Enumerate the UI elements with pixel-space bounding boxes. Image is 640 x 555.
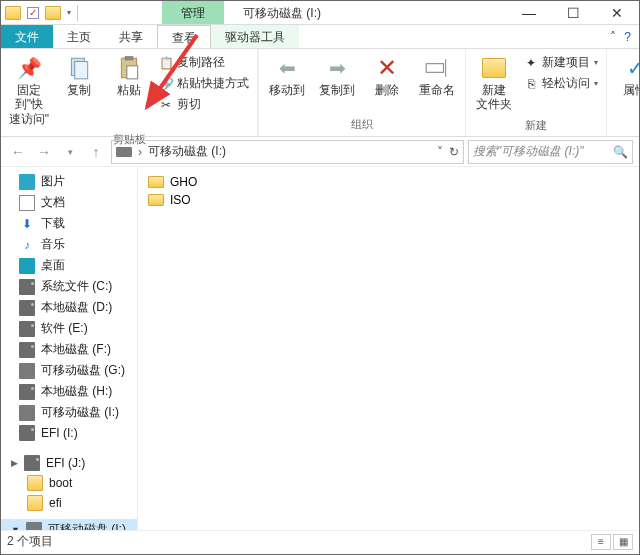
copy-path-button[interactable]: 📋复制路径: [157, 53, 251, 72]
address-box[interactable]: › 可移动磁盘 (I:) ˅ ↻: [111, 140, 464, 164]
nav-documents[interactable]: 文档: [1, 192, 137, 213]
rename-icon: [423, 55, 451, 81]
group-clipboard: 📌 固定到"快 速访问" 复制 粘贴 📋复制路径 🔗粘贴快捷方式 ✂剪切 剪贴板: [1, 49, 258, 136]
drive-icon: [19, 342, 35, 358]
status-text: 2 个项目: [7, 533, 53, 550]
new-folder-icon: [480, 55, 508, 81]
pictures-icon: [19, 174, 35, 190]
breadcrumb[interactable]: 可移动磁盘 (I:): [148, 143, 226, 160]
nav-efi-i[interactable]: EFI (I:): [1, 423, 137, 443]
address-bar: ← → ▾ ↑ › 可移动磁盘 (I:) ˅ ↻ 搜索"可移动磁盘 (I:)" …: [1, 137, 639, 167]
scissors-icon: ✂: [159, 98, 173, 112]
back-button[interactable]: ←: [7, 141, 29, 163]
chevron-down-icon[interactable]: ▼: [11, 525, 20, 531]
tab-view[interactable]: 查看: [157, 25, 211, 48]
list-item[interactable]: ISO: [148, 191, 629, 209]
nav-downloads[interactable]: ⬇下载: [1, 213, 137, 234]
properties-icon: ✓: [621, 55, 640, 81]
nav-desktop[interactable]: 桌面: [1, 255, 137, 276]
drive-icon: [19, 321, 35, 337]
collapse-ribbon-icon[interactable]: ˄: [610, 30, 616, 44]
svg-rect-5: [426, 64, 443, 73]
copy-to-button[interactable]: ➡ 复制到: [313, 51, 361, 101]
status-bar: 2 个项目 ≡ ▦: [1, 530, 639, 552]
new-folder-button[interactable]: 新建 文件夹: [470, 51, 518, 116]
move-icon: ⬅: [273, 55, 301, 81]
search-placeholder: 搜索"可移动磁盘 (I:)": [473, 143, 613, 160]
nav-drive-h[interactable]: 本地磁盘 (H:): [1, 381, 137, 402]
nav-music[interactable]: ♪音乐: [1, 234, 137, 255]
search-input[interactable]: 搜索"可移动磁盘 (I:)" 🔍: [468, 140, 633, 164]
main-area: 图片 文档 ⬇下载 ♪音乐 桌面 系统文件 (C:) 本地磁盘 (D:) 软件 …: [1, 167, 639, 530]
close-button[interactable]: ✕: [595, 1, 639, 25]
nav-efi-j[interactable]: ▶EFI (J:): [1, 453, 137, 473]
svg-rect-1: [75, 62, 88, 79]
title-bar: ✓ ▾ 管理 可移动磁盘 (I:) — ☐ ✕: [1, 1, 639, 25]
search-icon[interactable]: 🔍: [613, 145, 628, 159]
desktop-icon: [19, 258, 35, 274]
nav-drive-i[interactable]: 可移动磁盘 (I:): [1, 402, 137, 423]
list-item[interactable]: GHO: [148, 173, 629, 191]
maximize-button[interactable]: ☐: [551, 1, 595, 25]
pin-quick-access-button[interactable]: 📌 固定到"快 速访问": [5, 51, 53, 130]
move-to-button[interactable]: ⬅ 移动到: [263, 51, 311, 101]
group-label: 新建: [525, 116, 547, 135]
drive-icon: [19, 279, 35, 295]
nav-drive-f[interactable]: 本地磁盘 (F:): [1, 339, 137, 360]
refresh-icon[interactable]: ↻: [449, 145, 459, 159]
drive-icon: [19, 300, 35, 316]
copy-icon: [65, 55, 93, 81]
up-button[interactable]: ↑: [85, 141, 107, 163]
nav-drive-g[interactable]: 可移动磁盘 (G:): [1, 360, 137, 381]
group-label: 组织: [351, 115, 373, 134]
group-organize: ⬅ 移动到 ➡ 复制到 ✕ 删除 重命名 组织: [259, 49, 466, 136]
address-dropdown-icon[interactable]: ˅: [437, 145, 443, 159]
nav-drive-i-2[interactable]: ▼可移动磁盘 (I:): [1, 519, 137, 530]
folder-icon: [27, 475, 43, 491]
copy-button[interactable]: 复制: [55, 51, 103, 101]
usb-icon: [19, 405, 35, 421]
contextual-tab-header: 管理 可移动磁盘 (I:): [162, 1, 340, 24]
group-open: ✓ 属性 ☐打开▾ ✎编辑 ↺历史记录 打开: [607, 49, 640, 136]
ribbon-tabs: 文件 主页 共享 查看 驱动器工具 ˄ ?: [1, 25, 639, 49]
forward-button[interactable]: →: [33, 141, 55, 163]
tab-share[interactable]: 共享: [105, 25, 157, 48]
usb-icon: [26, 522, 42, 531]
drive-icon: [19, 425, 35, 441]
help-icon[interactable]: ?: [624, 30, 631, 44]
navigation-pane[interactable]: 图片 文档 ⬇下载 ♪音乐 桌面 系统文件 (C:) 本地磁盘 (D:) 软件 …: [1, 167, 138, 530]
paste-shortcut-button[interactable]: 🔗粘贴快捷方式: [157, 74, 251, 93]
nav-efi-folder[interactable]: efi: [1, 493, 137, 513]
drive-icon: [24, 455, 40, 471]
tab-home[interactable]: 主页: [53, 25, 105, 48]
nav-drive-d[interactable]: 本地磁盘 (D:): [1, 297, 137, 318]
delete-button[interactable]: ✕ 删除: [363, 51, 411, 101]
nav-drive-c[interactable]: 系统文件 (C:): [1, 276, 137, 297]
recent-dropdown[interactable]: ▾: [59, 141, 81, 163]
window-title: 可移动磁盘 (I:): [224, 1, 340, 24]
cut-button[interactable]: ✂剪切: [157, 95, 251, 114]
qat-dropdown-icon[interactable]: ▾: [67, 8, 71, 17]
paste-button[interactable]: 粘贴: [105, 51, 153, 101]
pin-icon: 📌: [15, 55, 43, 81]
rename-button[interactable]: 重命名: [413, 51, 461, 101]
nav-pictures[interactable]: 图片: [1, 171, 137, 192]
file-list[interactable]: GHO ISO: [138, 167, 639, 530]
nav-boot-folder[interactable]: boot: [1, 473, 137, 493]
easy-access-button[interactable]: ⎘轻松访问▾: [522, 74, 600, 93]
tab-file[interactable]: 文件: [1, 25, 53, 48]
newitem-icon: ✦: [524, 56, 538, 70]
properties-button[interactable]: ✓ 属性: [611, 51, 640, 101]
delete-icon: ✕: [373, 55, 401, 81]
nav-drive-e[interactable]: 软件 (E:): [1, 318, 137, 339]
chevron-right-icon[interactable]: ▶: [11, 458, 18, 468]
details-view-button[interactable]: ≡: [591, 534, 611, 550]
minimize-button[interactable]: —: [507, 1, 551, 25]
icons-view-button[interactable]: ▦: [613, 534, 633, 550]
checkbox-icon[interactable]: ✓: [27, 7, 39, 19]
new-item-button[interactable]: ✦新建项目▾: [522, 53, 600, 72]
drive-icon: [19, 384, 35, 400]
tab-drive-tools[interactable]: 驱动器工具: [211, 25, 299, 48]
contextual-tab-label: 管理: [162, 1, 224, 24]
folder-icon: [27, 495, 43, 511]
